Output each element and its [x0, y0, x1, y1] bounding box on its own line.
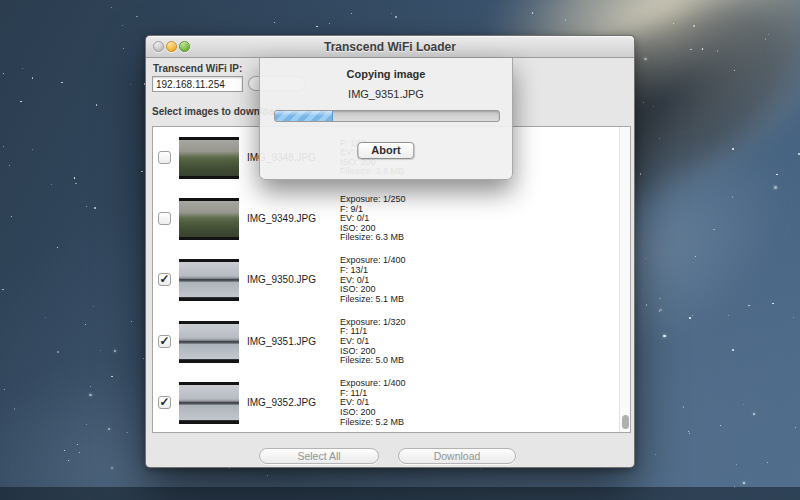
exif-line: Filesize: 6.3 MB — [340, 233, 406, 243]
image-exif: Exposure: 1/400F: 13/1EV: 0/1ISO: 200Fil… — [340, 256, 406, 304]
progress-fill — [275, 111, 333, 121]
image-thumbnail — [179, 382, 239, 424]
image-exif: Exposure: 1/400F: 11/1EV: 0/1ISO: 200Fil… — [340, 379, 406, 427]
image-checkbox[interactable] — [158, 212, 171, 225]
exif-line: Filesize: 5.2 MB — [340, 418, 406, 428]
window-title: Transcend WiFi Loader — [146, 40, 634, 54]
abort-button[interactable]: Abort — [357, 142, 414, 159]
download-button[interactable]: Download — [398, 448, 516, 464]
app-window: Transcend WiFi Loader Transcend WiFi IP:… — [145, 35, 635, 468]
image-filename: IMG_9351.JPG — [247, 336, 316, 347]
image-thumbnail — [179, 321, 239, 363]
list-item[interactable]: ✓ IMG_9351.JPG Exposure: 1/320F: 11/1EV:… — [153, 311, 630, 372]
title-bar[interactable]: Transcend WiFi Loader — [146, 36, 634, 58]
exif-line: Filesize: 5.0 MB — [340, 356, 406, 366]
copy-progress-bar — [274, 110, 500, 122]
exif-line: Filesize: 5.1 MB — [340, 295, 406, 305]
list-item[interactable]: IMG_9349.JPG Exposure: 1/250F: 9/1EV: 0/… — [153, 188, 630, 249]
select-all-button[interactable]: Select All — [259, 448, 379, 464]
image-checkbox[interactable]: ✓ — [158, 396, 171, 409]
image-filename: IMG_9350.JPG — [247, 274, 316, 285]
image-checkbox[interactable] — [158, 151, 171, 164]
image-checkbox[interactable]: ✓ — [158, 273, 171, 286]
image-checkbox[interactable]: ✓ — [158, 335, 171, 348]
list-item[interactable]: ✓ IMG_9352.JPG Exposure: 1/400F: 11/1EV:… — [153, 373, 630, 433]
image-exif: Exposure: 1/320F: 11/1EV: 0/1ISO: 200Fil… — [340, 318, 406, 366]
list-item[interactable]: ✓ IMG_9350.JPG Exposure: 1/400F: 13/1EV:… — [153, 250, 630, 311]
bottom-dark-strip — [0, 487, 800, 500]
image-thumbnail — [179, 198, 239, 240]
image-filename: IMG_9349.JPG — [247, 213, 316, 224]
image-thumbnail — [179, 137, 239, 179]
ip-label: Transcend WiFi IP: — [153, 63, 242, 74]
sheet-title: Copying image — [260, 68, 512, 80]
image-thumbnail — [179, 259, 239, 301]
sheet-filename: IMG_9351.JPG — [260, 88, 512, 100]
copy-progress-sheet: Copying image IMG_9351.JPG Abort — [259, 58, 513, 180]
ip-input[interactable] — [152, 76, 243, 92]
image-filename: IMG_9352.JPG — [247, 397, 316, 408]
image-exif: Exposure: 1/250F: 9/1EV: 0/1ISO: 200File… — [340, 195, 406, 243]
